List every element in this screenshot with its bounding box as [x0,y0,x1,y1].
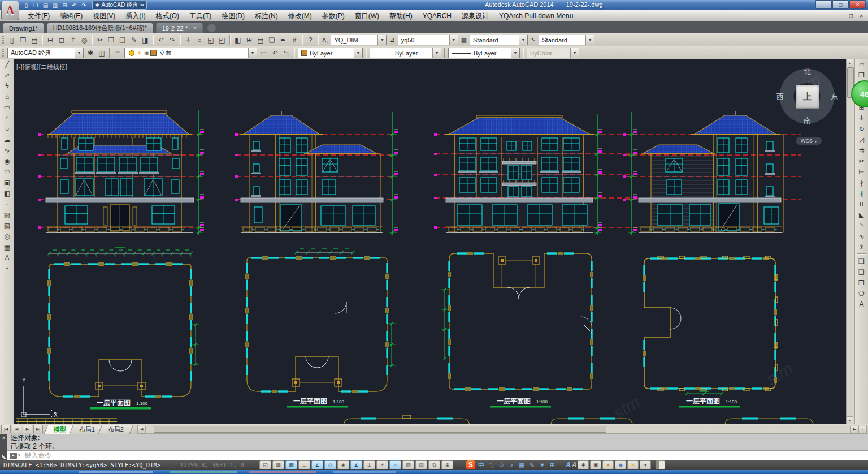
plan-title[interactable]: 一层平面图1:100 [490,397,551,408]
3d-dwf-icon[interactable]: ◍ [79,35,90,45]
autodesk-app-icon[interactable]: A [572,461,577,469]
ucs-icon[interactable]: YX [21,377,58,418]
open-icon[interactable]: ❒ [18,35,29,45]
block-editor-icon[interactable]: ◨ [140,35,151,45]
plan-3[interactable] [441,252,593,390]
hardware-acceleration-icon[interactable]: ◆ [615,460,626,469]
elevation-side-left[interactable] [235,111,398,235]
rectangle-icon[interactable]: ▭ [1,102,13,113]
file-tab[interactable]: 19-2-22-*✕ [156,23,203,33]
polar-tracking-toggle[interactable]: ∠ [311,460,323,469]
selection-cycling-toggle[interactable]: ⧉ [428,460,440,469]
undo-icon[interactable]: ↶ [155,35,167,45]
menu-item[interactable]: 源泉设计 [457,10,494,21]
redo-icon[interactable]: ↷ [167,35,178,45]
plot-icon[interactable]: ⊟ [60,1,70,10]
bring-to-front-icon[interactable]: ❏ [856,256,867,266]
linetype-combo[interactable]: ByLayer▼ [370,48,441,58]
taskbar-item[interactable] [170,471,237,473]
grid-display-toggle[interactable]: ▩ [285,460,297,469]
scroll-up-arrow[interactable]: ▲ [847,59,853,67]
close-button[interactable]: ✕ [849,0,866,9]
sogou-toolbox-icon[interactable]: ⊞ [548,462,557,469]
save-icon[interactable]: ▤ [29,35,40,45]
extend-icon[interactable]: ⊢ [856,166,867,177]
next-tab-button[interactable]: ▶ [23,425,32,433]
menu-item[interactable]: 修改(M) [283,10,317,21]
first-tab-button[interactable]: |◀ [1,425,11,433]
menu-item[interactable]: YQARCH [418,10,457,21]
doc-close-button[interactable]: ✕ [857,12,866,20]
infer-constraints-toggle[interactable]: ◱ [259,460,271,469]
multileader-style-icon[interactable]: ↖ [531,36,536,44]
make-block-icon[interactable]: ◧ [1,188,13,199]
quick-calc-icon[interactable]: # [289,35,300,45]
copy-icon[interactable]: ❐ [106,35,117,45]
break-at-point-icon[interactable]: ∤ [856,177,867,188]
spline-icon[interactable]: ∿ [1,145,13,156]
lineweight-combo[interactable]: ByLayer▼ [448,48,520,58]
dynamic-ucs-toggle[interactable]: ⟂ [363,460,375,469]
bring-above-objects-icon[interactable]: ❒ [856,277,867,288]
hatch-icon[interactable]: ▨ [1,209,13,220]
show-transparency-toggle[interactable]: ▨ [402,460,414,469]
point-icon[interactable]: · [1,199,13,209]
ellipse-arc-icon[interactable]: ◠ [1,166,13,177]
cad-drawing[interactable]: 一层平面图1:100一层平面图1:100一层平面图1:100一层平面图1:100… [14,59,846,424]
line-icon[interactable]: ╱ [1,59,13,70]
emoticon-icon[interactable]: ☺ [497,462,506,468]
workspace-switcher[interactable]: ✱ AutoCAD 经典 ▾▾ [92,1,147,10]
dim-style-icon[interactable]: ⊿ [389,36,394,44]
compass-west[interactable]: 西 [776,92,784,102]
properties-icon[interactable]: ◧ [232,35,244,45]
object-snap-tracking-toggle[interactable]: ∡ [350,460,362,469]
match-properties-icon[interactable]: ✎ [128,35,140,45]
polyline-icon[interactable]: ϟ [1,80,13,91]
ortho-mode-toggle[interactable]: ∟ [298,460,310,469]
redo-icon[interactable]: ↷ [79,1,89,10]
doc-restore-button[interactable]: ❐ [847,12,856,20]
send-to-back-icon[interactable]: ❑ [856,266,867,277]
plan-1[interactable] [47,248,199,398]
last-tab-button[interactable]: ▶| [33,425,43,433]
horizontal-scroll-thumb[interactable] [154,426,606,433]
insert-block-icon[interactable]: ▣ [1,177,13,188]
new-icon[interactable]: ▯ [21,1,31,10]
clean-screen-button[interactable] [656,460,665,469]
layer-combo[interactable]: ☀ ▣ 立面 ▼ [124,48,257,58]
taskbar-item[interactable] [79,471,153,473]
erase-icon[interactable]: ▱ [856,59,867,70]
multileader-style-combo[interactable]: Standard▼ [539,35,594,45]
skin-icon[interactable]: ▼ [538,462,546,468]
wrench-icon[interactable] [1,455,6,459]
region-icon[interactable]: ◎ [1,231,13,242]
layout-tab-布局2[interactable]: 布局2 [98,425,134,434]
markup-set-manager-icon[interactable]: ✒ [277,35,289,45]
join-icon[interactable]: ∪ [856,199,867,209]
sheet-set-manager-icon[interactable]: ❏ [266,35,277,45]
horizontal-scrollbar[interactable]: ◀ ▶ ▫ [137,425,867,434]
chinese-english-toggle-icon[interactable]: 中 [477,461,485,469]
table-icon[interactable]: ▦ [1,242,13,252]
wcs-menu[interactable]: WCS ▾ [796,137,822,145]
command-history[interactable]: 选择对象: 已提取 2 个环。 [7,434,868,451]
toolbar-grip[interactable] [2,49,4,57]
menu-item[interactable]: 绘图(D) [216,10,250,21]
doc-minimize-button[interactable]: ─ [836,12,845,20]
copy-icon[interactable]: ❐ [856,70,867,80]
dynamic-input-toggle[interactable]: + [376,460,388,469]
command-input[interactable]: ▸ ▾ 键入命令 [7,451,868,460]
scroll-box[interactable]: ▫ [858,426,866,433]
taskbar-item[interactable] [333,471,396,473]
save-as-icon[interactable]: ▥ [50,1,60,10]
design-center-icon[interactable]: ⊞ [244,35,255,45]
new-icon[interactable]: ▯ [6,35,18,45]
annotation-lightbulb-icon[interactable]: ● [627,460,639,469]
soft-keyboard-icon[interactable]: ▦ [518,462,526,469]
break-icon[interactable]: ∦ [856,188,867,199]
revision-cloud-icon[interactable]: ☁ [1,134,13,145]
plan-4[interactable] [643,256,778,395]
plot-preview-icon[interactable]: ◻ [56,35,67,45]
quick-properties-toggle[interactable]: ▤ [415,460,427,469]
menu-item[interactable]: 视图(V) [88,10,120,21]
